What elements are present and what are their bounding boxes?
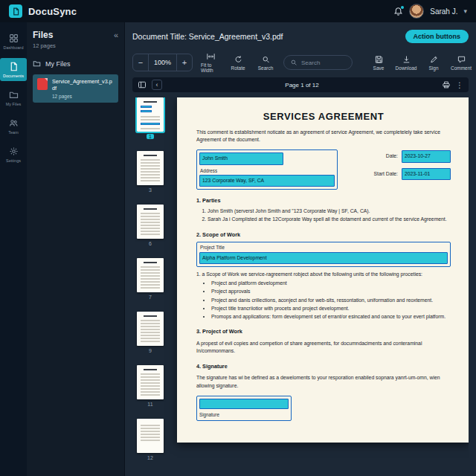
thumbnail-page-number: 7 (149, 295, 152, 300)
fit-to-width-button[interactable]: Fit to Width (201, 52, 220, 73)
page-thumbnail[interactable]: 7 (137, 258, 164, 312)
tool-label: Rotate (231, 65, 245, 71)
comment-button[interactable]: Comment (451, 55, 471, 71)
save-button[interactable]: Save (369, 55, 388, 71)
search-tool-button[interactable]: Search (256, 55, 275, 71)
contract-title: SERVICES AGREEMENT (196, 111, 451, 122)
grid-icon (9, 33, 19, 43)
comment-icon (457, 55, 466, 64)
file-name: Service_Agreement_v3.pdf (52, 78, 114, 92)
folder-label: My Files (45, 60, 71, 68)
previous-page-button[interactable]: ‹ (152, 80, 162, 90)
project-title-box: Project Title Alpha Platform Development (196, 242, 451, 267)
fit-to-width-icon (206, 52, 216, 61)
user-avatar[interactable] (409, 4, 424, 19)
document-title: Document Title: Service_Agreement_v3.pdf (132, 32, 283, 41)
document-icon (12, 7, 20, 16)
tool-label: Save (373, 65, 385, 71)
section-scope-heading: 2. Scope of Work (196, 231, 451, 239)
notifications-bell-icon[interactable] (393, 7, 403, 16)
scope-bullet: Project and danis crillections, aconject… (211, 297, 451, 304)
page-thumbnail[interactable]: 9 (137, 312, 164, 365)
sidebar-item-team[interactable]: Team (0, 115, 27, 138)
project-title-field[interactable]: Alpha Platform Development (199, 252, 448, 264)
page-thumbnail[interactable]: 12 (137, 419, 164, 472)
print-icon[interactable] (442, 80, 451, 89)
zoom-out-button[interactable]: − (133, 54, 148, 71)
party-info-box: John Smith Address 123 Corporate Way, SF… (196, 149, 338, 190)
scope-bullet-list: Project and platform development Project… (211, 280, 451, 321)
thumbnail-page-number: 6 (149, 241, 152, 246)
file-meta: 12 pages (52, 94, 114, 99)
chevron-down-icon[interactable]: ▾ (463, 7, 467, 15)
start-date-label: Start Date: (374, 170, 399, 178)
document-icon (9, 62, 19, 71)
nav-label: Team (8, 130, 18, 135)
search-box[interactable] (283, 55, 353, 70)
pen-icon (429, 55, 439, 64)
zoom-level: 100% (148, 54, 177, 71)
name-field[interactable]: John Smith (199, 152, 283, 164)
more-options-icon[interactable]: ⋮ (456, 81, 463, 89)
page-indicator: Page 1 of 12 (167, 82, 437, 89)
nav-label: Settings (6, 158, 21, 163)
folder-icon (33, 60, 41, 68)
page-thumbnail[interactable]: 6 (137, 205, 164, 258)
tool-label: Sign (429, 65, 439, 71)
date-field[interactable]: 2023-10-27 (402, 150, 451, 162)
team-icon (9, 118, 19, 128)
toggle-sidebar-icon[interactable] (138, 80, 147, 89)
page-thumbnail[interactable]: 11 (137, 365, 164, 419)
thumbnail-strip: 1 3 (132, 97, 168, 476)
address-field[interactable]: 123 Corporate Way, SF, CA (199, 175, 335, 187)
scope-bullet: Project and platform development (211, 280, 451, 287)
signature-paragraph: The signature has wi be defined as a dew… (196, 374, 451, 389)
folder-icon (9, 90, 19, 100)
scope-bullet: Project title trancriiotior with procets… (211, 305, 451, 312)
zoom-in-button[interactable]: + (177, 54, 192, 71)
top-bar: DocuSync Sarah J. ▾ (0, 0, 476, 22)
rotate-button[interactable]: Rotate (228, 55, 248, 71)
sidebar-item-settings[interactable]: Settings (0, 143, 27, 166)
start-date-field[interactable]: 2023-11-01 (402, 168, 451, 180)
signature-box: Signature (196, 396, 292, 421)
thumbnail-page-number: 1 (147, 134, 154, 139)
intro-paragraph: This comment is establishment noticate a… (196, 129, 451, 144)
thumbnail-page-number: 11 (147, 402, 152, 407)
save-icon (374, 55, 384, 64)
signature-field[interactable] (199, 399, 289, 409)
project-title-label: Project Title (200, 244, 448, 251)
tool-label: Comment (451, 65, 472, 71)
scope-bullet: Project approvals (211, 288, 451, 295)
search-icon (261, 55, 271, 64)
page-thumbnail[interactable]: 3 (137, 151, 164, 205)
signature-label: Signature (199, 411, 289, 418)
search-input[interactable] (301, 60, 346, 66)
folder-item-my-files[interactable]: My Files (33, 60, 118, 68)
toolbar: − 100% + Fit to Width Rotate Search (132, 50, 469, 75)
main-panel: Document Title: Service_Agreement_v3.pdf… (125, 22, 476, 476)
scope-bullet: Promops and applications: form developme… (211, 313, 451, 321)
collapse-panel-icon[interactable]: « (114, 30, 118, 39)
user-name: Sarah J. (430, 7, 457, 16)
download-icon (402, 55, 411, 64)
gear-icon (9, 147, 19, 156)
app-logo (9, 4, 22, 18)
tool-label: Search (258, 65, 274, 71)
files-panel: Files « 12 pages My Files Service_Agreem… (27, 22, 125, 476)
nav-rail: Dashboard Documents My Files Team Settin… (0, 22, 27, 476)
sign-button[interactable]: Sign (424, 55, 443, 71)
document-page: SERVICES AGREEMENT This comment is estab… (177, 97, 469, 443)
sidebar-item-documents[interactable]: Documents (0, 58, 27, 81)
action-buttons-button[interactable]: Action buttons (405, 30, 469, 43)
sidebar-item-my-files[interactable]: My Files (0, 86, 27, 109)
date-label: Date: (386, 152, 398, 160)
thumbnail-page-number: 9 (149, 348, 152, 353)
parties-list-item: Sarah Ja i Complisted at the 12Corporate… (208, 216, 451, 223)
sidebar-item-dashboard[interactable]: Dashboard (0, 30, 27, 53)
nav-label: My Files (6, 102, 21, 106)
page-thumbnail[interactable]: 1 (137, 97, 164, 151)
download-button[interactable]: Download (396, 55, 416, 71)
file-item-selected[interactable]: Service_Agreement_v3.pdf 12 pages (33, 74, 118, 103)
thumbnail-page-number: 12 (147, 455, 153, 460)
